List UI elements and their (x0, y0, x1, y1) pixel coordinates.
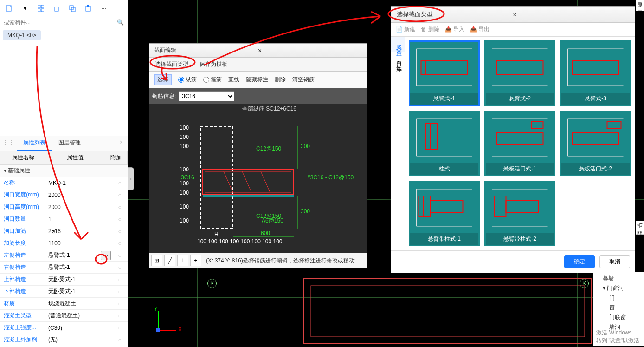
property-value[interactable] (46, 202, 112, 212)
property-value[interactable] (46, 190, 112, 200)
property-value[interactable] (46, 275, 112, 285)
property-extra[interactable]: ○ (112, 301, 128, 307)
tree-item[interactable]: ▾ 门窗洞 (595, 283, 642, 293)
property-value[interactable] (46, 238, 112, 249)
property-extra[interactable]: ○ (112, 192, 128, 198)
right-tab-display[interactable]: 显示 (636, 0, 644, 11)
section-type-card[interactable]: 柱式 (409, 111, 480, 176)
expand-handle[interactable]: › (128, 167, 134, 190)
new-button[interactable]: 📄 新建 (396, 26, 415, 33)
property-input[interactable] (46, 287, 112, 297)
property-extra[interactable]: ○ (112, 313, 128, 319)
section-type-card[interactable]: 悬臂带柱式-1 (409, 181, 480, 246)
property-extra[interactable]: ○ (112, 325, 128, 331)
property-value[interactable] (46, 178, 112, 188)
view-btn-2[interactable]: ╱ (164, 255, 175, 266)
rebar-info-select[interactable]: 3C16 (179, 91, 234, 101)
property-extra[interactable]: ○ (112, 337, 128, 343)
component-chip[interactable]: MKQ-1 <0> (3, 30, 41, 40)
tree-item[interactable]: 门 (595, 293, 642, 303)
property-extra[interactable]: ○ (112, 180, 128, 186)
close-icon[interactable]: × (258, 47, 362, 54)
tool-delete[interactable]: 删除 (275, 76, 286, 84)
property-input[interactable] (46, 238, 112, 249)
property-input[interactable] (46, 178, 112, 188)
property-extra[interactable]: ○ (112, 228, 128, 235)
property-input[interactable] (46, 202, 112, 212)
right-tab-2[interactable]: 拒阴 (636, 221, 644, 235)
more-icon[interactable]: ⋯ (97, 2, 111, 15)
property-value[interactable] (46, 311, 112, 321)
property-extra[interactable]: ○ (112, 216, 128, 223)
dropdown-icon[interactable]: ▾ (18, 2, 32, 15)
sidebar-system[interactable]: 系统内置 (391, 37, 405, 52)
property-group[interactable]: ▾ 基础属性 (0, 165, 128, 177)
view-btn-1[interactable]: ⊞ (151, 255, 162, 266)
tool-line[interactable]: 直线 (228, 76, 239, 84)
tree-item[interactable]: 窗 (595, 303, 642, 313)
close-icon[interactable]: × (513, 11, 630, 18)
drag-handle-icon[interactable]: ⋮⋮ (0, 136, 17, 151)
property-value[interactable] (46, 214, 112, 224)
tab-select-section-type[interactable]: 选择截面类型 (149, 58, 194, 71)
grid-icon[interactable] (33, 2, 48, 15)
property-input[interactable] (46, 214, 112, 224)
cancel-button[interactable]: 取消 (599, 255, 630, 268)
property-name: 下部构造 (0, 286, 46, 297)
import-button[interactable]: 📥 导入 (445, 26, 464, 33)
search-icon[interactable]: 🔍 (117, 19, 124, 26)
close-icon[interactable]: × (115, 136, 128, 151)
ellipsis-button[interactable]: ⋯ (101, 251, 111, 260)
property-input[interactable] (46, 262, 112, 273)
section-type-card[interactable]: 悬臂带柱式-2 (484, 181, 555, 246)
section-type-card[interactable]: 悬板活门式-1 (484, 111, 555, 176)
section-type-card[interactable]: 悬臂式-1 (409, 40, 480, 106)
section-canvas[interactable]: 全部纵筋 SC12+6C16 300 300 600 C12@150 C12@1… (149, 104, 367, 253)
export-button[interactable]: 📤 导出 (470, 26, 489, 33)
tree-item[interactable]: 幕墙 (595, 274, 642, 283)
delete-button[interactable]: 🗑 删除 (421, 26, 439, 33)
property-value[interactable] (46, 335, 112, 345)
new-icon[interactable] (2, 2, 17, 15)
tool-select[interactable]: 选择 (154, 74, 172, 85)
property-input[interactable] (46, 275, 112, 285)
property-extra[interactable]: ○ (112, 276, 128, 283)
property-input[interactable] (46, 226, 112, 236)
tool-clear[interactable]: 清空钢筋 (292, 76, 315, 84)
ok-button[interactable]: 确定 (564, 255, 595, 268)
property-input[interactable] (46, 190, 112, 200)
section-type-card[interactable]: 悬臂式-2 (484, 40, 555, 106)
property-input[interactable] (46, 335, 112, 345)
property-value[interactable]: ⋯ (46, 250, 112, 261)
property-value[interactable] (46, 299, 112, 309)
property-input[interactable] (46, 311, 112, 321)
tool-hide-dim[interactable]: 隐藏标注 (246, 76, 268, 84)
tab-layers[interactable]: 图层管理 (52, 136, 87, 151)
property-extra[interactable]: ○ (112, 240, 128, 247)
search-input[interactable] (4, 19, 117, 26)
property-extra[interactable]: ○ (112, 264, 128, 271)
tool-hoop[interactable]: 箍筋 (203, 76, 222, 84)
sidebar-custom[interactable]: 自定义库 (391, 52, 405, 67)
property-value[interactable] (46, 226, 112, 236)
property-value[interactable] (46, 287, 112, 297)
view-btn-3[interactable]: ⊥ (177, 255, 188, 266)
paste-icon[interactable] (81, 2, 96, 15)
property-extra[interactable]: ○ (112, 288, 128, 295)
copy-icon[interactable] (65, 2, 80, 15)
section-type-card[interactable]: 悬臂式-3 (560, 40, 631, 106)
tool-longitudinal[interactable]: 纵筋 (178, 76, 197, 84)
delete-icon[interactable] (49, 2, 64, 15)
property-input[interactable] (46, 299, 112, 309)
view-btn-4[interactable]: + (190, 255, 201, 266)
tab-save-template[interactable]: 保存为模板 (194, 58, 233, 71)
property-input[interactable] (46, 250, 101, 261)
tree-item[interactable]: 门联窗 (595, 313, 642, 322)
section-type-card[interactable]: 悬板活门式-2 (560, 111, 631, 176)
property-value[interactable] (46, 262, 112, 273)
tab-properties[interactable]: 属性列表 (17, 136, 52, 151)
property-input[interactable] (46, 323, 112, 333)
property-value[interactable] (46, 323, 112, 333)
property-extra[interactable]: ○ (112, 204, 128, 210)
property-extra[interactable]: ○ (112, 252, 128, 259)
